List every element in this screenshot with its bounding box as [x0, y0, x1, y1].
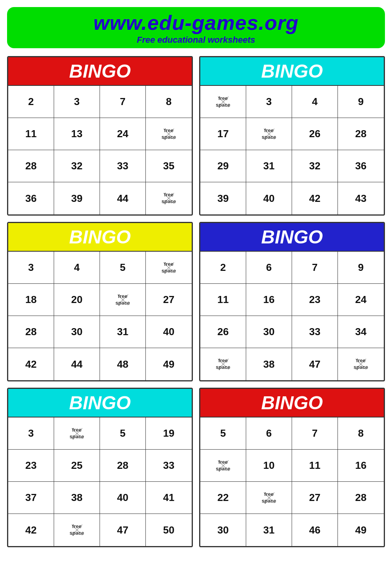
free-space: freespace	[262, 491, 276, 505]
bingo-cell: 31	[246, 514, 292, 546]
bingo-cell: 28	[8, 316, 54, 348]
bingo-cell: 11	[200, 284, 246, 316]
free-space: freespace	[162, 127, 176, 141]
bingo-cell: freespace	[146, 182, 192, 214]
bingo-cell: 38	[54, 482, 100, 514]
bingo-grid-card6: 5678 freespace 10111622 freespace 27	[200, 417, 384, 546]
free-space: freespace	[70, 523, 84, 537]
bingo-cell: 17	[200, 118, 246, 150]
bingo-cell: freespace	[200, 450, 246, 482]
bingo-cell: 28	[100, 450, 146, 482]
bingo-cell: 42	[292, 182, 338, 214]
bingo-cell: 31	[246, 150, 292, 182]
bingo-cell: 32	[54, 150, 100, 182]
bingo-cell: 50	[146, 514, 192, 546]
header: www.edu-games.org Free educational works…	[7, 7, 385, 48]
bingo-cell: freespace	[246, 482, 292, 514]
bingo-cell: 44	[100, 182, 146, 214]
bingo-title-card1: BINGO	[8, 57, 192, 85]
bingo-cell: 27	[146, 284, 192, 316]
bingo-card-card6: BINGO5678 freespace 10111622 freespace	[199, 388, 385, 547]
bingo-cell: 23	[8, 450, 54, 482]
bingo-cell: 46	[292, 514, 338, 546]
bingo-card-card2: BINGO freespace 34917 freespace 2628	[199, 56, 385, 216]
bingo-cell: 49	[146, 348, 192, 380]
bingo-card-card3: BINGO345 freespace 1820 freespace 27	[7, 222, 193, 381]
bingo-cell: 35	[146, 150, 192, 182]
free-space: freespace	[116, 293, 130, 307]
bingo-cell: 41	[146, 482, 192, 514]
bingo-cell: 11	[292, 450, 338, 482]
bingo-grid-card5: 3 freespace 519232528333738404142 freesp…	[8, 417, 192, 546]
bingo-cell: 6	[246, 252, 292, 284]
bingo-cell: 42	[8, 348, 54, 380]
bingo-cell: 47	[292, 348, 338, 380]
bingo-cell: 40	[100, 482, 146, 514]
bingo-cell: 5	[200, 417, 246, 450]
bingo-cell: 7	[100, 86, 146, 118]
bingo-cell: 36	[8, 182, 54, 214]
bingo-title-card2: BINGO	[200, 57, 384, 85]
bingo-cell: 39	[54, 182, 100, 214]
bingo-cell: freespace	[54, 514, 100, 546]
free-space: freespace	[162, 261, 176, 274]
bingo-cell: 2	[200, 252, 246, 284]
bingo-cell: 33	[146, 450, 192, 482]
bingo-cell: 8	[146, 86, 192, 118]
bingo-cell: 30	[54, 316, 100, 348]
bingo-cell: 48	[100, 348, 146, 380]
bingo-grid-card3: 345 freespace 1820 freespace 2728303	[8, 251, 192, 380]
bingo-cell: 32	[292, 150, 338, 182]
bingo-cell: 30	[200, 514, 246, 546]
bingo-cell: 40	[246, 182, 292, 214]
bingo-cell: 6	[246, 417, 292, 450]
bingo-title-card6: BINGO	[200, 389, 384, 417]
bingo-cell: freespace	[146, 252, 192, 284]
free-space: freespace	[216, 95, 230, 109]
bingo-grid-card1: 2378111324 freespace 28323335363944 free…	[8, 85, 192, 214]
bingo-cell: 37	[8, 482, 54, 514]
bingo-card-card5: BINGO3 freespace 519232528333738404142 f…	[7, 388, 193, 547]
bingo-cell: 16	[246, 284, 292, 316]
bingo-cell: 27	[292, 482, 338, 514]
bingo-cell: freespace	[54, 417, 100, 450]
bingo-grid-card4: 26791116232426303334 freespace 3847 free…	[200, 251, 384, 380]
bingo-cell: 4	[292, 86, 338, 118]
bingo-cell: 18	[8, 284, 54, 316]
bingo-card-card4: BINGO26791116232426303334 freespace 3847…	[199, 222, 385, 381]
bingo-cell: 31	[100, 316, 146, 348]
bingo-cell: 13	[54, 118, 100, 150]
bingo-cell: 25	[54, 450, 100, 482]
bingo-cell: freespace	[200, 86, 246, 118]
bingo-cell: 3	[8, 252, 54, 284]
bingo-cell: 16	[338, 450, 384, 482]
bingo-cell: 4	[54, 252, 100, 284]
bingo-cell: freespace	[246, 118, 292, 150]
bingo-cell: 39	[200, 182, 246, 214]
bingo-title-card3: BINGO	[8, 223, 192, 251]
free-space: freespace	[354, 358, 368, 371]
bingo-cell: 7	[292, 252, 338, 284]
bingo-cell: freespace	[338, 348, 384, 380]
bingo-cell: 24	[100, 118, 146, 150]
free-space: freespace	[70, 427, 84, 440]
bingo-cell: 7	[292, 417, 338, 450]
bingo-card-card1: BINGO2378111324 freespace 28323335363944…	[7, 56, 193, 216]
bingo-cell: 2	[8, 86, 54, 118]
bingo-cell: 26	[200, 316, 246, 348]
bingo-cell: 5	[100, 417, 146, 450]
bingo-cell: 9	[338, 252, 384, 284]
bingo-cell: 26	[292, 118, 338, 150]
free-space: freespace	[162, 192, 176, 205]
boards-container: BINGO2378111324 freespace 28323335363944…	[0, 52, 392, 554]
bingo-cell: 5	[100, 252, 146, 284]
bingo-cell: 44	[54, 348, 100, 380]
free-space: freespace	[262, 127, 276, 141]
header-subtitle: Free educational worksheets	[11, 35, 381, 45]
header-url: www.edu-games.org	[11, 12, 381, 34]
bingo-cell: 24	[338, 284, 384, 316]
bingo-cell: 20	[54, 284, 100, 316]
bingo-cell: 28	[338, 118, 384, 150]
bingo-cell: 22	[200, 482, 246, 514]
bingo-cell: freespace	[100, 284, 146, 316]
